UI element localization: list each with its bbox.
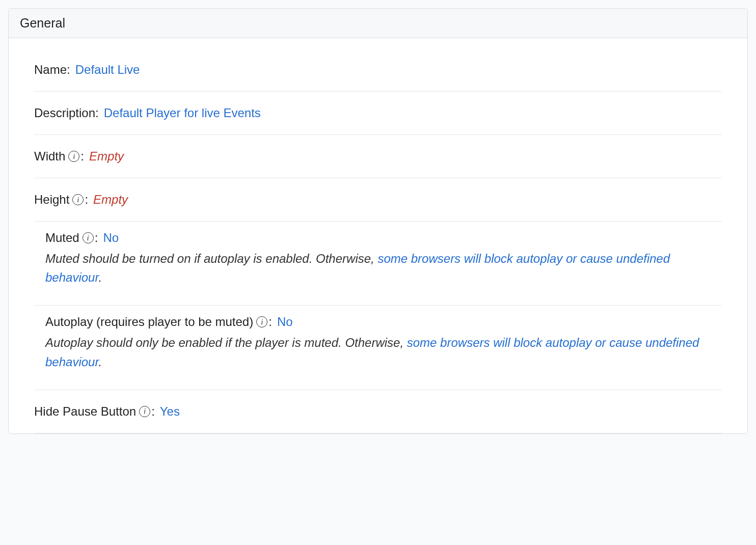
autoplay-value[interactable]: No bbox=[277, 315, 293, 329]
width-label: Width bbox=[34, 149, 65, 164]
hide-pause-value[interactable]: Yes bbox=[160, 404, 180, 419]
muted-help-text: Muted should be turned on if autoplay is… bbox=[45, 249, 711, 287]
panel-title: General bbox=[9, 9, 747, 38]
field-width: Width i: Empty bbox=[34, 135, 722, 178]
name-value[interactable]: Default Live bbox=[75, 63, 140, 77]
info-icon[interactable]: i bbox=[139, 406, 150, 417]
name-label: Name bbox=[34, 63, 67, 77]
colon: : bbox=[67, 63, 70, 77]
field-name: Name: Default Live bbox=[34, 48, 722, 92]
muted-value[interactable]: No bbox=[103, 231, 119, 245]
height-value[interactable]: Empty bbox=[93, 193, 128, 207]
height-label: Height bbox=[34, 193, 69, 207]
field-muted: Muted i: No Muted should be turned on if… bbox=[34, 222, 722, 306]
colon: : bbox=[95, 231, 98, 245]
muted-help-pre: Muted should be turned on if autoplay is… bbox=[45, 252, 377, 265]
autoplay-help-pre: Autoplay should only be enabled if the p… bbox=[45, 336, 407, 349]
description-label: Description bbox=[34, 106, 95, 120]
general-panel: General Name: Default Live Description: … bbox=[8, 8, 748, 434]
colon: : bbox=[151, 404, 155, 419]
info-icon[interactable]: i bbox=[83, 232, 94, 243]
info-icon[interactable]: i bbox=[68, 151, 79, 162]
width-value[interactable]: Empty bbox=[89, 149, 124, 164]
colon: : bbox=[95, 106, 99, 120]
colon: : bbox=[268, 315, 272, 329]
muted-label: Muted bbox=[45, 231, 79, 245]
autoplay-help-text: Autoplay should only be enabled if the p… bbox=[45, 333, 711, 371]
info-icon[interactable]: i bbox=[256, 316, 267, 328]
field-hide-pause: Hide Pause Button i: Yes bbox=[34, 390, 722, 433]
field-height: Height i: Empty bbox=[34, 178, 722, 222]
muted-help-post: . bbox=[99, 270, 102, 284]
panel-body: Name: Default Live Description: Default … bbox=[9, 38, 747, 433]
field-autoplay: Autoplay (requires player to be muted) i… bbox=[34, 306, 722, 390]
colon: : bbox=[85, 193, 88, 207]
description-value[interactable]: Default Player for live Events bbox=[104, 106, 261, 120]
autoplay-label: Autoplay (requires player to be muted) bbox=[45, 315, 253, 329]
hide-pause-label: Hide Pause Button bbox=[34, 404, 136, 419]
autoplay-help-post: . bbox=[99, 355, 102, 369]
colon: : bbox=[80, 149, 84, 164]
info-icon[interactable]: i bbox=[72, 194, 84, 205]
field-description: Description: Default Player for live Eve… bbox=[34, 92, 722, 135]
